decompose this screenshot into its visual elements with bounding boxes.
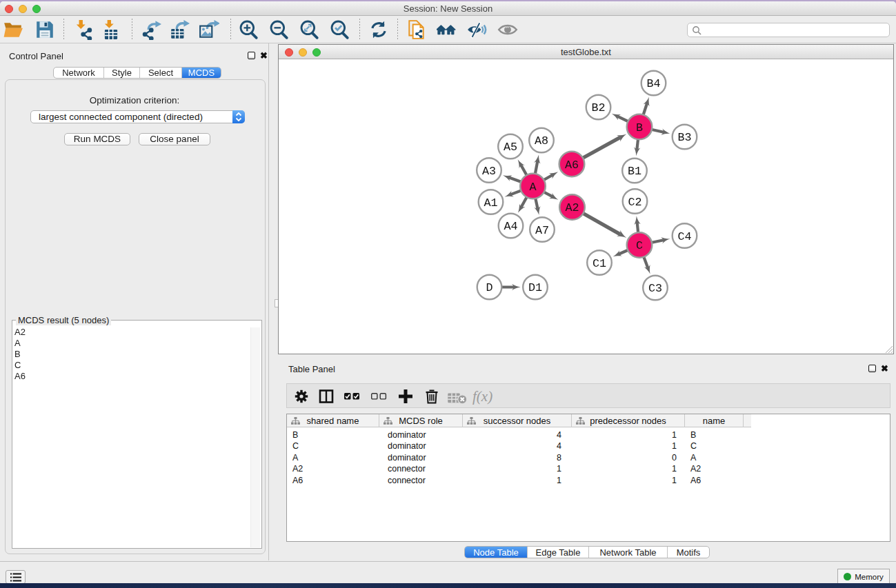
svg-text:B2: B2: [591, 101, 605, 114]
svg-text:A1: A1: [484, 196, 497, 210]
svg-text:D1: D1: [528, 281, 542, 294]
svg-text:D: D: [486, 281, 492, 294]
svg-text:C3: C3: [648, 282, 662, 295]
svg-text:C4: C4: [677, 230, 691, 243]
svg-text:A6: A6: [565, 159, 579, 172]
svg-text:A: A: [529, 181, 537, 194]
svg-text:A4: A4: [504, 220, 517, 233]
svg-text:B4: B4: [646, 77, 660, 90]
svg-text:C2: C2: [628, 196, 641, 209]
svg-text:B1: B1: [628, 165, 641, 178]
svg-text:C1: C1: [593, 257, 606, 270]
svg-text:A8: A8: [535, 134, 548, 148]
svg-text:B: B: [636, 121, 643, 134]
svg-text:A3: A3: [482, 165, 496, 178]
svg-text:B3: B3: [677, 131, 691, 144]
svg-text:A5: A5: [504, 141, 517, 154]
svg-text:A7: A7: [535, 224, 549, 237]
svg-text:C: C: [636, 239, 643, 252]
svg-text:A2: A2: [565, 201, 579, 214]
